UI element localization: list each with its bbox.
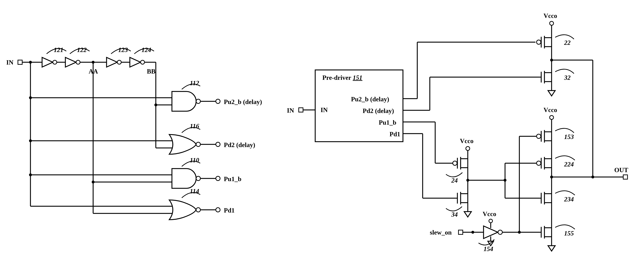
ref-32: 32: [564, 74, 570, 81]
inverter-124: 124: [130, 46, 154, 67]
pmos-224: 224: [536, 156, 575, 170]
nor-gate-114: 114: [169, 188, 200, 220]
svg-marker-132: [464, 212, 471, 217]
ref-34: 34: [451, 211, 458, 218]
predriver-title: Pre-driver: [322, 74, 351, 81]
ref-155: 155: [564, 230, 574, 237]
inverter-154: Vcco 154: [478, 210, 502, 252]
ref-22: 22: [564, 39, 570, 46]
svg-point-14: [140, 60, 144, 64]
svg-marker-77: [548, 91, 555, 96]
svg-point-4: [53, 60, 57, 64]
ref-116: 116: [190, 122, 199, 130]
svg-point-122: [453, 161, 457, 165]
svg-point-11: [117, 60, 121, 64]
vcco-label-1: Vcco: [544, 12, 557, 19]
svg-point-33: [216, 142, 220, 147]
ref-121: 121: [54, 46, 64, 54]
ref-153: 153: [564, 133, 574, 140]
ref-154: 154: [484, 245, 493, 252]
pmos-24: 24: [446, 156, 468, 184]
svg-marker-13: [130, 57, 140, 67]
vcco-top: Vcco: [544, 12, 557, 35]
svg-rect-0: [18, 60, 22, 64]
in-label-left: IN: [6, 59, 14, 66]
predriver-ref: 151: [353, 74, 362, 81]
nand-gate-112: 112: [172, 79, 200, 111]
port-pu2b: Pu2_b (delay): [351, 96, 389, 103]
slew-on-terminal: slew_on: [430, 229, 463, 236]
svg-marker-3: [42, 57, 53, 67]
ref-110: 110: [190, 157, 199, 164]
vcco-mid: Vcco: [544, 106, 557, 129]
pmos-153: 153: [536, 128, 574, 143]
ref-122: 122: [77, 46, 87, 54]
port-pu1b: Pu1_b: [379, 119, 396, 126]
ref-234: 234: [564, 196, 574, 203]
predriver-in-port: IN: [320, 106, 328, 114]
ref-124: 124: [142, 46, 151, 54]
svg-point-144: [498, 230, 502, 234]
pmos-22: 22: [536, 35, 574, 49]
svg-point-81: [550, 116, 554, 119]
out-pu1b: Pu1_b: [224, 175, 242, 183]
svg-marker-6: [65, 57, 76, 67]
out-label: OUT: [614, 166, 628, 174]
vcco-label-3: Vcco: [460, 137, 474, 145]
port-pd1: Pd1: [390, 131, 400, 138]
svg-point-7: [76, 60, 80, 64]
inverter-122: 122: [65, 46, 90, 67]
svg-marker-148: [488, 241, 494, 246]
in-terminal-right: IN: [287, 107, 303, 114]
out-pu2b-delay: Pu2_b (delay): [224, 98, 262, 105]
nmos-234: 234: [536, 191, 575, 205]
svg-point-142: [471, 231, 474, 234]
out-pd2-delay: Pd2 (delay): [224, 141, 255, 148]
vcco-label-2: Vcco: [544, 106, 557, 114]
svg-point-95: [536, 161, 541, 165]
svg-point-145: [489, 219, 492, 223]
out-pd1: Pd1: [224, 207, 234, 214]
schematic-canvas: IN 121 122 AA 123 124 BB: [0, 0, 644, 269]
left-predriver-logic: IN 121 122 AA 123 124 BB: [6, 46, 262, 220]
svg-marker-10: [106, 57, 117, 67]
svg-point-29: [196, 142, 200, 147]
svg-point-88: [536, 134, 541, 138]
slew-on-label: slew_on: [430, 229, 452, 236]
nmos-32: 32: [537, 69, 574, 84]
svg-text:Pre-driver 151: Pre-driver 151: [322, 74, 362, 81]
svg-rect-140: [458, 230, 463, 234]
nmos-34: 34: [446, 191, 468, 218]
in-terminal-left: IN: [6, 59, 22, 66]
svg-point-60: [550, 21, 554, 25]
vcco-label-4: Vcco: [483, 210, 496, 217]
svg-point-34: [196, 176, 200, 181]
port-pd2: Pd2 (delay): [363, 107, 394, 114]
inverter-123: 123: [106, 46, 131, 67]
svg-point-115: [466, 147, 470, 150]
ref-123: 123: [118, 46, 128, 54]
svg-point-67: [536, 40, 541, 44]
svg-rect-46: [299, 108, 303, 112]
bb-label: BB: [147, 68, 156, 75]
ref-114: 114: [190, 188, 199, 195]
nmos-155: 155: [536, 225, 575, 239]
svg-point-39: [196, 208, 200, 212]
ref-24: 24: [451, 177, 458, 184]
svg-marker-114: [548, 246, 555, 251]
right-driver: Pre-driver 151 IN Pu2_b (delay) Pd2 (del…: [287, 12, 628, 252]
in-label-right: IN: [287, 107, 294, 114]
ref-224: 224: [564, 161, 574, 168]
svg-point-43: [216, 208, 220, 212]
nand-gate-110: 110: [172, 157, 200, 188]
svg-point-24: [196, 99, 200, 104]
nor-gate-116: 116: [169, 122, 200, 154]
vcco-inv2434: Vcco: [460, 137, 474, 156]
svg-point-28: [216, 99, 220, 104]
svg-point-38: [216, 176, 220, 181]
inverter-121: 121: [42, 46, 66, 67]
ref-112: 112: [190, 79, 199, 87]
svg-rect-99: [623, 175, 628, 179]
predriver-block: Pre-driver 151 IN Pu2_b (delay) Pd2 (del…: [315, 70, 403, 142]
